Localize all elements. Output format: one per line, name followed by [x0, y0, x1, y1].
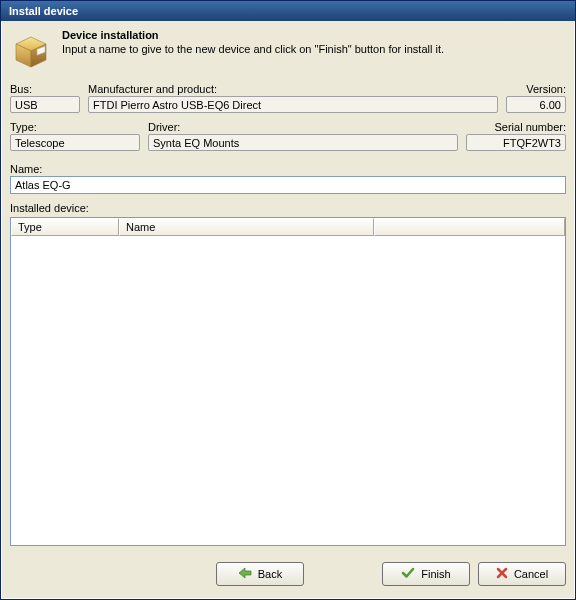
window-title: Install device: [9, 5, 78, 17]
back-arrow-icon: [238, 567, 252, 581]
bus-value: USB: [10, 96, 80, 113]
table-header: Type Name: [11, 218, 565, 236]
name-group: Name:: [10, 163, 566, 194]
install-device-window: Install device: [0, 0, 576, 600]
header-text: Device installation Input a name to give…: [62, 29, 444, 55]
driver-value: Synta EQ Mounts: [148, 134, 458, 151]
header-title: Device installation: [62, 29, 444, 41]
row-type-driver-serial: Type: Telescope Driver: Synta EQ Mounts …: [10, 121, 566, 151]
column-extra[interactable]: [374, 218, 565, 236]
back-label: Back: [258, 568, 282, 580]
window-content: Device installation Input a name to give…: [1, 21, 575, 599]
driver-group: Driver: Synta EQ Mounts: [148, 121, 458, 151]
serial-group: Serial number: FTQF2WT3: [466, 121, 566, 151]
serial-label: Serial number:: [466, 121, 566, 133]
bus-group: Bus: USB: [10, 83, 80, 113]
manufacturer-group: Manufacturer and product: FTDI Pierro As…: [88, 83, 498, 113]
type-label: Type:: [10, 121, 140, 133]
manufacturer-value: FTDI Pierro Astro USB-EQ6 Direct: [88, 96, 498, 113]
cancel-label: Cancel: [514, 568, 548, 580]
bus-label: Bus:: [10, 83, 80, 95]
header-subtitle: Input a name to give to the new device a…: [62, 43, 444, 55]
finish-button[interactable]: Finish: [382, 562, 470, 586]
driver-label: Driver:: [148, 121, 458, 133]
back-button[interactable]: Back: [216, 562, 304, 586]
titlebar: Install device: [1, 1, 575, 21]
installed-label: Installed device:: [10, 202, 566, 214]
check-icon: [401, 567, 415, 581]
name-label: Name:: [10, 163, 566, 175]
svg-marker-4: [239, 568, 251, 578]
manufacturer-label: Manufacturer and product:: [88, 83, 498, 95]
finish-label: Finish: [421, 568, 450, 580]
row-bus-manufacturer-version: Bus: USB Manufacturer and product: FTDI …: [10, 83, 566, 113]
name-input[interactable]: [10, 176, 566, 194]
package-icon: [10, 29, 52, 71]
column-name[interactable]: Name: [119, 218, 374, 236]
cancel-button[interactable]: Cancel: [478, 562, 566, 586]
type-group: Type: Telescope: [10, 121, 140, 151]
version-group: Version: 6.00: [506, 83, 566, 113]
button-bar: Back Finish Cancel: [10, 558, 566, 590]
cancel-x-icon: [496, 567, 508, 581]
installed-group: Installed device: Type Name: [10, 202, 566, 558]
header-section: Device installation Input a name to give…: [10, 29, 566, 71]
version-label: Version:: [506, 83, 566, 95]
type-value: Telescope: [10, 134, 140, 151]
version-value: 6.00: [506, 96, 566, 113]
installed-table[interactable]: Type Name: [10, 217, 566, 546]
serial-value: FTQF2WT3: [466, 134, 566, 151]
column-type[interactable]: Type: [11, 218, 119, 236]
